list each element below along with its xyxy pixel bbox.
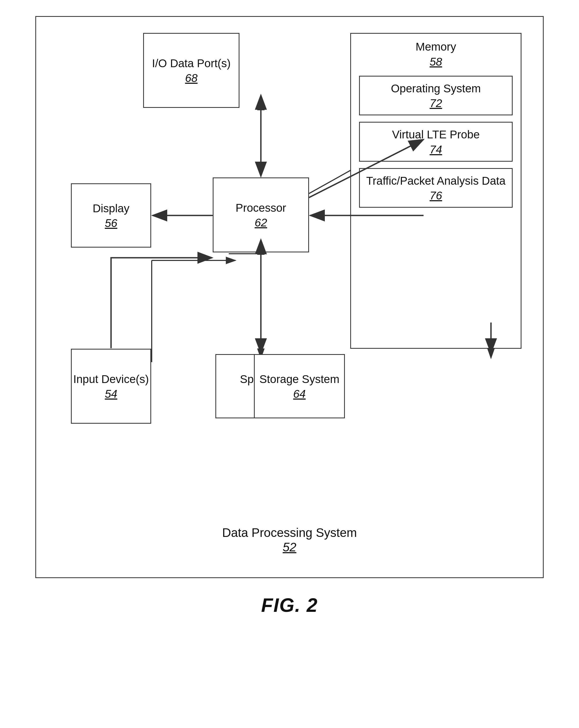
processor-number: 62 bbox=[255, 216, 267, 229]
memory-outer-box: Memory 58 Operating System 72 Virtual LT… bbox=[350, 33, 522, 349]
traffic-packet-box: Traffic/Packet Analysis Data 76 bbox=[359, 168, 512, 208]
processor-box: Processor 62 bbox=[213, 178, 309, 252]
os-number: 72 bbox=[363, 97, 509, 110]
storage-number: 64 bbox=[293, 388, 306, 400]
io-number: 68 bbox=[185, 72, 198, 84]
input-label: Input Device(s) bbox=[73, 372, 149, 387]
vlte-label: Virtual LTE Probe bbox=[363, 127, 509, 142]
storage-label: Storage System bbox=[260, 372, 340, 387]
display-box: Display 56 bbox=[71, 183, 151, 248]
virtual-lte-probe-box: Virtual LTE Probe 74 bbox=[359, 122, 512, 162]
display-label: Display bbox=[93, 201, 130, 216]
os-label: Operating System bbox=[363, 81, 509, 96]
memory-label: Memory bbox=[351, 40, 521, 54]
page-container: I/O Data Port(s) 68 Memory 58 Operating … bbox=[21, 16, 558, 616]
diagram-outer-border: I/O Data Port(s) 68 Memory 58 Operating … bbox=[35, 16, 544, 578]
system-label: Data Processing System 52 bbox=[222, 525, 357, 554]
io-label: I/O Data Port(s) bbox=[152, 56, 231, 71]
system-number: 52 bbox=[222, 540, 357, 554]
io-data-ports-box: I/O Data Port(s) 68 bbox=[143, 33, 239, 108]
vlte-number: 74 bbox=[363, 143, 509, 156]
tp-number: 76 bbox=[363, 189, 509, 202]
tp-label: Traffic/Packet Analysis Data bbox=[363, 174, 509, 188]
fig-label: FIG. 2 bbox=[261, 594, 318, 616]
system-title: Data Processing System bbox=[222, 525, 357, 540]
memory-number: 58 bbox=[351, 55, 521, 68]
display-number: 56 bbox=[105, 217, 117, 230]
input-number: 54 bbox=[105, 388, 117, 400]
input-devices-box: Input Device(s) 54 bbox=[71, 349, 151, 424]
processor-label: Processor bbox=[235, 201, 286, 215]
operating-system-box: Operating System 72 bbox=[359, 76, 512, 115]
diagram-area: I/O Data Port(s) 68 Memory 58 Operating … bbox=[57, 33, 522, 515]
storage-system-box: Storage System 64 bbox=[254, 354, 345, 418]
